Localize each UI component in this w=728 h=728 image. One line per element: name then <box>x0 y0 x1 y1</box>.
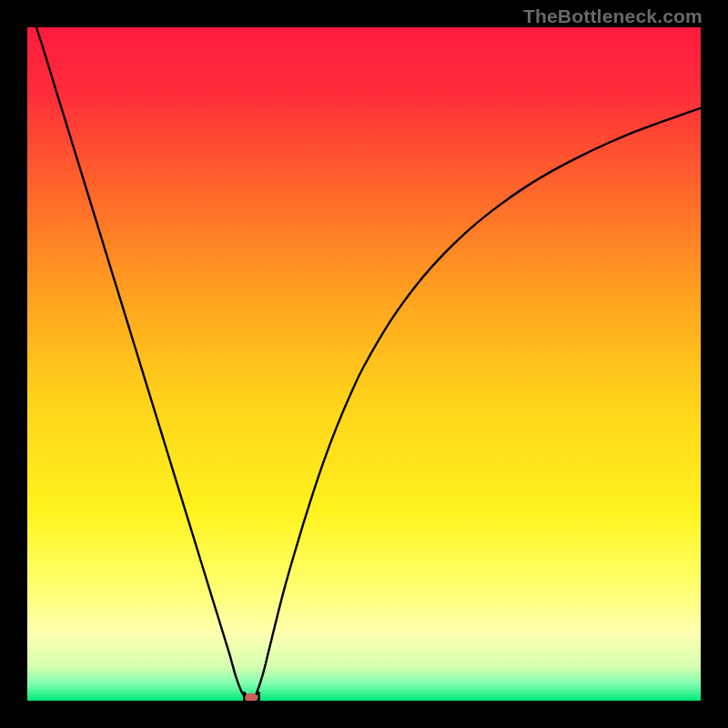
optimal-point-marker <box>245 693 258 701</box>
plot-area <box>27 27 701 701</box>
watermark-text: TheBottleneck.com <box>523 5 703 27</box>
bottleneck-curve <box>27 27 701 701</box>
chart-frame: TheBottleneck.com <box>0 0 728 728</box>
